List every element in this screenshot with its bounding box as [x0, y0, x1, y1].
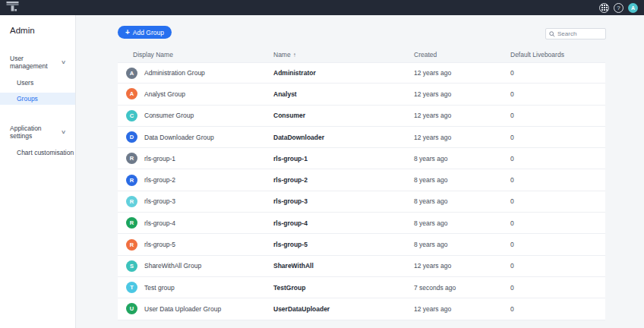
display-name-cell: Rrls-group-3 [126, 196, 273, 207]
group-default-liveboards: 0 [510, 197, 605, 205]
sidebar-section-application-settings[interactable]: Application settings ∨ [10, 125, 65, 140]
group-default-liveboards: 0 [510, 305, 605, 313]
group-default-liveboards: 0 [510, 262, 605, 270]
help-icon[interactable]: ? [614, 3, 623, 13]
group-display-name[interactable]: rls-group-1 [144, 155, 175, 162]
group-name[interactable]: rls-group-2 [273, 176, 414, 184]
group-name[interactable]: Administrator [273, 69, 414, 77]
group-created: 12 years ago [414, 134, 510, 141]
group-avatar: A [126, 88, 137, 99]
table-row[interactable]: Rrls-group-3rls-group-38 years ago0 [118, 191, 605, 213]
group-name[interactable]: DataDownloader [273, 134, 414, 141]
group-name[interactable]: Analyst [273, 90, 414, 98]
table-row[interactable]: AAnalyst GroupAnalyst12 years ago0 [118, 84, 605, 105]
group-display-name[interactable]: User Data Uploader Group [144, 305, 221, 313]
group-avatar: A [126, 68, 137, 79]
group-display-name[interactable]: rls-group-3 [144, 197, 175, 205]
group-display-name[interactable]: Data Downloader Group [144, 134, 214, 141]
display-name-cell: Rrls-group-4 [126, 217, 273, 229]
display-name-cell: TTest group [126, 282, 273, 293]
group-created: 12 years ago [414, 112, 510, 119]
add-group-label: Add Group [133, 29, 164, 36]
group-display-name[interactable]: Analyst Group [144, 90, 185, 98]
group-avatar: R [126, 153, 137, 164]
group-created: 8 years ago [414, 241, 510, 248]
group-name[interactable]: rls-group-5 [273, 241, 414, 248]
group-default-liveboards: 0 [510, 69, 605, 77]
table-header: Display Name Name↑ Created Default Liveb… [118, 47, 605, 62]
display-name-cell: Rrls-group-2 [126, 175, 273, 186]
group-name[interactable]: rls-group-1 [273, 155, 414, 162]
group-name[interactable]: rls-group-4 [273, 219, 414, 227]
page-title: Admin [10, 26, 75, 35]
sidebar-item-groups[interactable]: Groups [0, 93, 75, 105]
group-avatar: R [126, 239, 137, 251]
table-row[interactable]: CConsumer GroupConsumer12 years ago0 [118, 106, 605, 127]
display-name-cell: Rrls-group-5 [126, 239, 273, 251]
thoughtspot-logo[interactable] [6, 1, 19, 15]
admin-sidebar: Admin User management ∨ Users Groups App… [0, 15, 76, 328]
table-row[interactable]: TTest groupTestGroup7 seconds ago0 [118, 277, 605, 298]
group-default-liveboards: 0 [510, 284, 605, 292]
group-display-name[interactable]: Administration Group [144, 69, 205, 77]
group-created: 12 years ago [414, 69, 510, 77]
group-default-liveboards: 0 [510, 219, 605, 227]
group-display-name[interactable]: Test group [144, 284, 175, 292]
chevron-down-icon: ∨ [61, 59, 66, 65]
group-display-name[interactable]: rls-group-5 [144, 241, 175, 248]
add-group-button[interactable]: + Add Group [118, 26, 172, 39]
column-header-display-name[interactable]: Display Name [133, 51, 273, 58]
display-name-cell: AAnalyst Group [126, 88, 273, 99]
table-row[interactable]: SShareWithAll GroupShareWithAll12 years … [118, 256, 605, 277]
user-avatar[interactable]: A [628, 3, 638, 13]
search-input[interactable] [557, 30, 602, 37]
group-display-name[interactable]: rls-group-2 [144, 176, 175, 184]
group-created: 12 years ago [414, 262, 510, 270]
table-row[interactable]: AAdministration GroupAdministrator12 yea… [118, 62, 605, 84]
group-avatar: U [126, 303, 137, 314]
apps-grid-icon[interactable] [599, 3, 609, 13]
group-name[interactable]: ShareWithAll [273, 262, 414, 270]
table-row[interactable]: Rrls-group-5rls-group-58 years ago0 [118, 234, 605, 255]
group-default-liveboards: 0 [510, 112, 605, 119]
table-body: AAdministration GroupAdministrator12 yea… [118, 62, 605, 320]
column-header-created[interactable]: Created [414, 51, 510, 58]
group-name[interactable]: Consumer [273, 112, 414, 119]
table-row[interactable]: Rrls-group-1rls-group-18 years ago0 [118, 148, 605, 169]
group-name[interactable]: rls-group-3 [273, 197, 414, 205]
group-created: 8 years ago [414, 155, 510, 162]
table-row[interactable]: Rrls-group-4rls-group-48 years ago0 [118, 213, 605, 234]
column-header-name[interactable]: Name↑ [273, 51, 414, 58]
table-row[interactable]: UUser Data Uploader GroupUserDataUploade… [118, 298, 605, 320]
group-display-name[interactable]: rls-group-4 [144, 219, 175, 227]
group-default-liveboards: 0 [510, 90, 605, 98]
sidebar-section-user-management[interactable]: User management ∨ [10, 55, 65, 70]
column-header-default-liveboards[interactable]: Default Liveboards [510, 51, 605, 58]
group-created: 8 years ago [414, 197, 510, 205]
group-created: 7 seconds ago [414, 284, 510, 292]
group-name[interactable]: UserDataUploader [273, 305, 414, 313]
table-row[interactable]: Rrls-group-2rls-group-28 years ago0 [118, 169, 605, 191]
display-name-cell: UUser Data Uploader Group [126, 303, 273, 314]
group-display-name[interactable]: ShareWithAll Group [144, 262, 201, 270]
grid-glyph [601, 5, 608, 11]
group-created: 12 years ago [414, 305, 510, 313]
group-avatar: C [126, 110, 137, 121]
group-display-name[interactable]: Consumer Group [144, 112, 194, 119]
display-name-cell: SShareWithAll Group [126, 260, 273, 272]
display-name-cell: AAdministration Group [126, 68, 273, 79]
sort-ascending-icon: ↑ [293, 52, 296, 58]
section-label: User management [10, 55, 62, 70]
group-default-liveboards: 0 [510, 134, 605, 141]
table-row[interactable]: DData Downloader GroupDataDownloader12 y… [118, 127, 605, 148]
display-name-cell: DData Downloader Group [126, 131, 273, 143]
sidebar-item-users[interactable]: Users [0, 77, 75, 89]
group-name[interactable]: TestGroup [273, 284, 414, 292]
top-navbar: ? A [0, 0, 644, 15]
main-content: + Add Group Display Name Name↑ Created D… [77, 15, 644, 328]
display-name-cell: CConsumer Group [126, 110, 273, 121]
group-avatar: R [126, 217, 137, 229]
sidebar-item-chart-customisation[interactable]: Chart customisation [0, 147, 75, 159]
search-box[interactable] [545, 28, 606, 39]
plus-icon: + [125, 29, 130, 36]
